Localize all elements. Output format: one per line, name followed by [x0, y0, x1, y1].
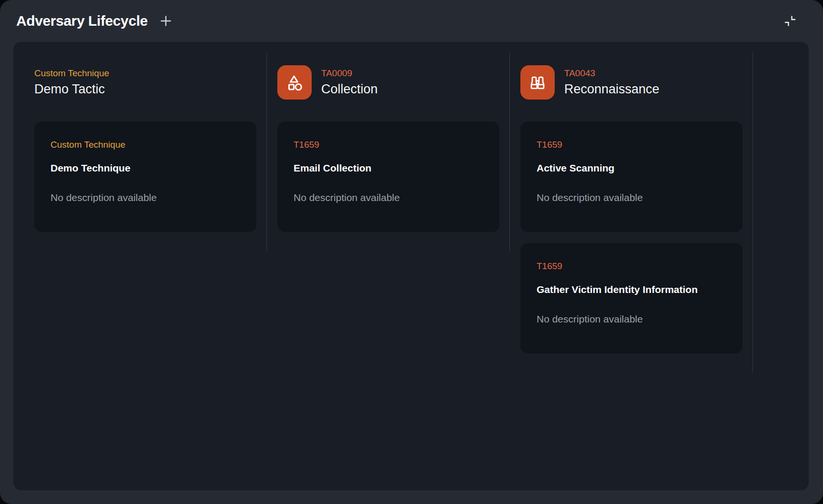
technique-description: No description available [537, 192, 726, 203]
collapse-button[interactable] [782, 13, 798, 29]
technique-code: T1659 [537, 140, 726, 150]
tactic-header-reconnaissance[interactable]: TA0043 Reconnaissance [520, 65, 742, 100]
technique-description: No description available [294, 192, 483, 203]
add-tactic-button[interactable] [158, 13, 173, 29]
tactic-text: TA0043 Reconnaissance [564, 68, 660, 97]
tactic-header-demo-tactic[interactable]: Custom Technique Demo Tactic [34, 65, 256, 100]
tactic-header-collection[interactable]: TA0009 Collection [277, 65, 499, 100]
technique-description: No description available [537, 313, 726, 325]
binoculars-icon [528, 72, 548, 92]
tactic-name: Collection [321, 81, 378, 97]
technique-card-list: Custom Technique Demo Technique No descr… [34, 121, 256, 232]
lifecycle-board: Custom Technique Demo Tactic Custom Tech… [13, 42, 809, 490]
technique-name: Active Scanning [537, 162, 726, 174]
technique-card-gather-victim-identity-information[interactable]: T1659 Gather Victim Identity Information… [520, 243, 742, 353]
widget-header: Adversary Lifecycle [0, 0, 823, 42]
tactic-column-demo-tactic: Custom Technique Demo Tactic Custom Tech… [24, 52, 267, 251]
tactic-label: Custom Technique [34, 68, 109, 79]
technique-code: T1659 [294, 140, 483, 150]
technique-name: Gather Victim Identity Information [537, 283, 726, 295]
technique-card-active-scanning[interactable]: T1659 Active Scanning No description ava… [520, 121, 742, 232]
technique-card-list: T1659 Email Collection No description av… [277, 121, 499, 232]
adversary-lifecycle-widget: Adversary Lifecycle Custom Tech [0, 0, 823, 504]
technique-code: Custom Technique [51, 140, 240, 150]
tactic-text: TA0009 Collection [321, 68, 378, 97]
tactic-name: Demo Tactic [34, 81, 109, 97]
plus-icon [159, 14, 173, 28]
tactic-label: TA0009 [321, 68, 378, 79]
tactic-name: Reconnaissance [564, 81, 660, 97]
tactic-column-reconnaissance: TA0043 Reconnaissance T1659 Active Scann… [510, 52, 753, 373]
tactic-label: TA0043 [564, 68, 660, 79]
shapes-icon [284, 72, 305, 92]
tactic-icon-tile [277, 65, 312, 100]
technique-card-email-collection[interactable]: T1659 Email Collection No description av… [277, 121, 499, 232]
widget-title: Adversary Lifecycle [16, 13, 148, 29]
technique-name: Demo Technique [51, 162, 240, 174]
tactic-icon-tile [520, 65, 555, 100]
technique-name: Email Collection [294, 162, 483, 174]
tactic-text: Custom Technique Demo Tactic [34, 68, 109, 97]
tactic-column-collection: TA0009 Collection T1659 Email Collection… [267, 52, 510, 251]
technique-code: T1659 [537, 261, 726, 272]
technique-description: No description available [51, 192, 240, 203]
technique-card-demo-technique[interactable]: Custom Technique Demo Technique No descr… [34, 121, 256, 232]
collapse-icon [783, 14, 797, 28]
technique-card-list: T1659 Active Scanning No description ava… [520, 121, 742, 353]
